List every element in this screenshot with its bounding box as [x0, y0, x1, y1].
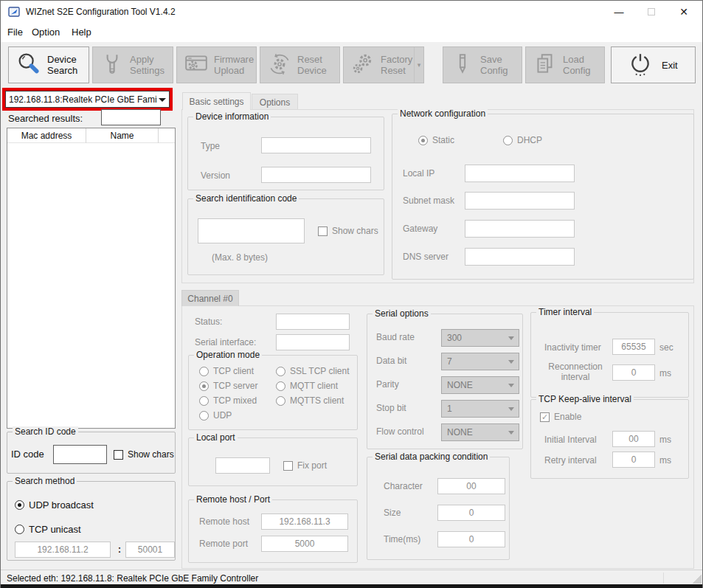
tab-options[interactable]: Options — [252, 94, 298, 110]
radio-icon — [199, 381, 209, 391]
initial-interval-field[interactable]: 00 — [612, 431, 655, 447]
local-ip-field[interactable] — [465, 165, 575, 182]
serial-options-group: Serial options Baud rate 300 Data bit 7 … — [367, 314, 523, 449]
checkbox-icon — [283, 461, 293, 471]
fix-port-checkbox[interactable]: Fix port — [283, 460, 327, 471]
radio-dhcp[interactable]: DHCP — [503, 135, 542, 145]
reconnection-interval-label: Reconnection interval — [541, 362, 609, 382]
maximize-icon — [648, 8, 655, 15]
keepalive-enable-checkbox[interactable]: ✓ Enable — [540, 412, 581, 422]
documents-icon — [533, 52, 558, 79]
search-id-title: Search ID code — [13, 426, 78, 437]
status-field[interactable] — [276, 314, 350, 330]
remote-host-field[interactable]: 192.168.11.3 — [261, 513, 348, 530]
operation-mode-title: Operation mode — [194, 350, 262, 360]
ident-show-chars-checkbox[interactable]: Show chars — [318, 226, 378, 236]
radio-static[interactable]: Static — [418, 135, 454, 145]
network-configuration-group: Network configuration Static DHCP Local … — [392, 114, 694, 280]
maximize-button[interactable] — [640, 4, 663, 20]
column-header-stub — [159, 128, 175, 143]
tab-channel-0[interactable]: Channel #0 — [181, 290, 239, 306]
load-config-button[interactable]: LoadConfig — [525, 46, 605, 83]
chevron-down-icon — [508, 336, 514, 340]
radio-tcp-server[interactable]: TCP server — [199, 381, 257, 391]
subnet-mask-label: Subnet mask — [403, 196, 454, 206]
retry-interval-field[interactable]: 0 — [612, 452, 655, 468]
exit-button[interactable]: Exit — [611, 46, 696, 83]
search-method-group: Search method UDP broadcast TCP unicast … — [7, 481, 176, 561]
id-code-field[interactable] — [53, 445, 107, 464]
close-button[interactable]: ✕ — [672, 4, 696, 20]
size-field[interactable]: 0 — [437, 505, 505, 521]
unicast-ip-field[interactable]: 192.168.11.2 — [15, 542, 111, 558]
menu-option[interactable]: Option — [32, 27, 60, 38]
reconnection-interval-unit: ms — [659, 368, 671, 378]
factory-reset-button[interactable]: FactoryReset ▾ — [343, 46, 424, 83]
device-search-button[interactable]: DeviceSearch — [8, 46, 89, 83]
data-bit-select[interactable]: 7 — [441, 353, 519, 370]
device-table-header: Mac address Name — [7, 128, 175, 143]
resize-grip[interactable] — [693, 575, 702, 584]
type-field[interactable] — [261, 137, 371, 153]
keepalive-title: TCP Keep-alive interval — [536, 394, 634, 404]
radio-udp[interactable]: UDP — [199, 410, 232, 421]
radio-ssl-tcp-client[interactable]: SSL TCP client — [276, 366, 349, 376]
minimize-icon: — — [614, 7, 624, 18]
radio-icon — [199, 411, 209, 421]
radio-tcp-unicast[interactable]: TCP unicast — [15, 524, 81, 535]
column-header-name[interactable]: Name — [86, 128, 159, 143]
gateway-field[interactable] — [465, 220, 575, 238]
gateway-label: Gateway — [403, 224, 437, 234]
character-field[interactable]: 00 — [437, 478, 505, 494]
dns-server-field[interactable] — [465, 248, 575, 266]
searched-results-field[interactable] — [101, 109, 161, 125]
search-method-title: Search method — [13, 476, 77, 486]
radio-tcp-client[interactable]: TCP client — [199, 366, 254, 376]
reconnection-interval-field[interactable]: 0 — [612, 364, 655, 381]
local-port-field[interactable] — [215, 457, 270, 474]
menu-help[interactable]: Help — [72, 27, 91, 38]
radio-mqtts-client[interactable]: MQTTS client — [276, 395, 344, 406]
baud-rate-label: Baud rate — [376, 332, 415, 342]
checkbox-icon — [114, 450, 123, 460]
subnet-mask-field[interactable] — [465, 192, 575, 210]
remote-port-label: Remote port — [199, 539, 248, 549]
size-label: Size — [384, 508, 401, 518]
nic-select-value: 192.168.11.8:Realtek PCIe GbE Family — [9, 94, 163, 105]
tab-basic-settings[interactable]: Basic settings — [182, 92, 251, 110]
radio-icon — [276, 396, 285, 406]
inactivity-timer-field[interactable]: 65535 — [612, 339, 655, 355]
annotation-highlight: 192.168.11.8:Realtek PCIe GbE Family — [2, 88, 173, 111]
search-identification-group: Search identification code Show chars (M… — [187, 198, 384, 275]
parity-select[interactable]: NONE — [441, 376, 519, 394]
time-field[interactable]: 0 — [437, 531, 505, 547]
baud-rate-select[interactable]: 300 — [441, 329, 519, 347]
firmware-upload-button[interactable]: FirmwareUpload — [176, 46, 257, 83]
menu-file[interactable]: File — [7, 27, 23, 38]
search-identification-field[interactable] — [198, 218, 305, 243]
flow-control-select[interactable]: NONE — [441, 423, 519, 441]
stop-bit-select[interactable]: 1 — [441, 400, 519, 418]
radio-icon — [276, 367, 285, 376]
serial-interface-field[interactable] — [276, 334, 350, 350]
factory-reset-dropdown-arrow[interactable]: ▾ — [414, 47, 423, 83]
nic-select[interactable]: 192.168.11.8:Realtek PCIe GbE Family — [5, 91, 170, 108]
channel-panel: Status: Serial interface: Operation mode… — [181, 305, 694, 569]
id-code-label: ID code — [11, 449, 44, 460]
unicast-port-field[interactable]: 50001 — [125, 542, 175, 558]
apply-settings-button[interactable]: ApplySettings — [92, 46, 173, 83]
radio-tcp-mixed[interactable]: TCP mixed — [199, 395, 257, 406]
show-chars-checkbox[interactable]: Show chars — [114, 449, 174, 460]
column-header-mac[interactable]: Mac address — [7, 128, 86, 143]
save-config-button[interactable]: SaveConfig — [443, 46, 522, 83]
reset-device-button[interactable]: ResetDevice — [260, 46, 340, 83]
packing-condition-title: Serial data packing condition — [373, 452, 490, 462]
remote-port-field[interactable]: 5000 — [261, 536, 348, 552]
operation-mode-group: Operation mode TCP client TCP server TCP… — [188, 355, 358, 430]
device-information-group: Device information Type Version — [187, 117, 384, 190]
radio-udp-broadcast[interactable]: UDP broadcast — [15, 499, 94, 511]
searched-results-label: Searched results: — [8, 113, 83, 124]
minimize-button[interactable]: — — [607, 4, 631, 20]
radio-mqtt-client[interactable]: MQTT client — [276, 381, 338, 391]
version-field[interactable] — [261, 167, 371, 183]
